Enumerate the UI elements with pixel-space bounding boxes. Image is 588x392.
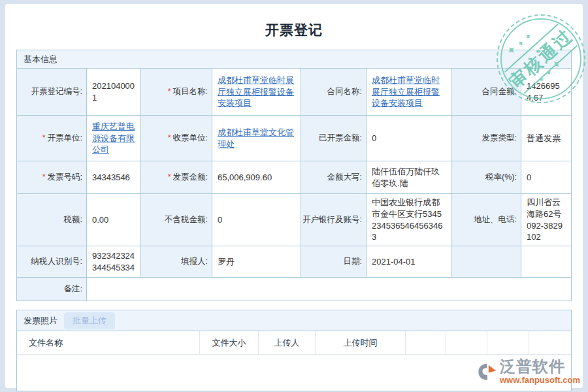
column-header-file-name: 文件名称 <box>17 331 200 355</box>
field-value-contract-amount: 14266954.67 <box>521 69 571 116</box>
field-value-remark <box>87 278 571 301</box>
vendor-brand: 泛普软件 <box>500 359 565 374</box>
field-value-invoice-amount: 65,006,909.60 <box>212 161 301 194</box>
field-label-contract-name: 合同名称: <box>301 69 367 116</box>
invoice-photos-section-title: 发票照片 <box>24 315 57 327</box>
invoice-photos-section-header: 发票照片 批量上传 <box>17 310 571 331</box>
required-marker: * <box>168 86 171 97</box>
field-value-amount-ex-tax: 0 <box>212 194 301 246</box>
basic-info-section-header: 基本信息 <box>17 50 571 69</box>
project-name-link[interactable]: 成都杜甫草堂临时展厅独立展柜报警设备安装项目 <box>218 74 295 109</box>
field-value-tax-amount: 0.00 <box>87 194 141 246</box>
invoice-photos-table-header: 文件名称 文件大小 上传人 上传时间 <box>17 331 571 355</box>
field-label-tax-rate: 税率(%): <box>451 161 521 194</box>
field-label-invoice-type: 发票类型: <box>451 116 521 161</box>
field-label-taxpayer-id: 纳税人识别号: <box>17 246 87 278</box>
field-label-date: 日期: <box>301 246 367 278</box>
page-title: 开票登记 <box>5 4 583 39</box>
field-value-preparer: 罗丹 <box>212 246 301 278</box>
field-label-project-name: *项目名称: <box>141 69 212 116</box>
field-value-bank-account: 中国农业银行成都市金牛区支行53452345365464563463 <box>367 194 451 246</box>
field-value-issuer: 重庆艺普电源设备有限公司 <box>87 116 141 161</box>
vendor-watermark-text: 泛普软件 www.fanpusoft.com <box>500 359 580 384</box>
required-marker: * <box>42 172 46 182</box>
contract-name-link[interactable]: 成都杜甫草堂临时展厅独立展柜报警设备安装项目 <box>372 74 446 109</box>
receiver-link[interactable]: 成都杜甫草堂文化管理处 <box>218 127 295 150</box>
field-label-receiver: *收票单位: <box>141 116 212 161</box>
field-label-amount-in-words: 金额大写: <box>301 161 367 194</box>
field-label-invoice-no: *发票号码: <box>17 161 87 194</box>
field-value-date: 2021-04-01 <box>367 246 451 278</box>
field-label-bank-account: 开户银行及账号: <box>301 194 367 246</box>
field-value-taxpayer-id: 932342324344545334 <box>87 246 141 278</box>
field-label-empty <box>451 246 521 278</box>
field-label-issuer: *开票单位: <box>17 116 87 161</box>
column-header-file-size: 文件大小 <box>200 331 259 355</box>
fanpu-logo-icon <box>476 362 497 384</box>
field-label-remark: 备注: <box>17 278 87 301</box>
field-value-amount-in-words: 陆仟伍佰万陆仟玖佰零玖.陆 <box>367 161 451 194</box>
field-value-reg-no: 2021040001 <box>87 69 141 116</box>
field-label-address-phone: 地址、电话: <box>451 194 521 246</box>
basic-info-table: 开票登记编号: 2021040001 *项目名称: 成都杜甫草堂临时展厅独立展柜… <box>17 69 571 301</box>
field-value-empty <box>521 246 571 278</box>
field-value-contract-name: 成都杜甫草堂临时展厅独立展柜报警设备安装项目 <box>367 69 451 116</box>
field-label-contract-amount: 合同金额: <box>451 69 521 116</box>
batch-upload-button[interactable]: 批量上传 <box>64 312 115 329</box>
field-label-tax-amount: 税额: <box>17 194 87 246</box>
main-panel: 开票登记 基本信息 开票登记编号: 2021040001 *项目名称: 成都杜甫… <box>5 4 583 388</box>
field-value-invoiced-amount: 0 <box>367 116 451 161</box>
field-value-tax-rate: 0 <box>521 161 571 194</box>
basic-info-section-title: 基本信息 <box>24 54 57 65</box>
issuer-link[interactable]: 重庆艺普电源设备有限公司 <box>92 121 135 155</box>
field-label-amount-ex-tax: 不含税金额: <box>141 194 212 246</box>
field-label-invoice-amount: *发票金额: <box>141 161 212 194</box>
required-marker: * <box>42 133 46 143</box>
required-marker: * <box>168 172 171 182</box>
column-header-empty-4 <box>529 331 571 355</box>
field-label-reg-no: 开票登记编号: <box>17 69 87 116</box>
vendor-watermark: 泛普软件 www.fanpusoft.com <box>476 359 580 384</box>
column-header-empty-2 <box>446 331 487 355</box>
field-value-invoice-no: 34343546 <box>87 161 141 194</box>
field-value-invoice-type: 普通发票 <box>521 116 571 161</box>
column-header-empty-1 <box>406 331 446 355</box>
vendor-url: www.fanpusoft.com <box>500 376 580 384</box>
required-marker: * <box>168 133 171 143</box>
field-label-invoiced-amount: 已开票金额: <box>301 116 367 161</box>
field-value-project-name: 成都杜甫草堂临时展厅独立展柜报警设备安装项目 <box>212 69 301 116</box>
field-value-address-phone: 四川省云海路62号 092-3829102 <box>521 194 571 246</box>
field-value-receiver: 成都杜甫草堂文化管理处 <box>212 116 301 161</box>
column-header-empty-3 <box>487 331 529 355</box>
column-header-upload-time: 上传时间 <box>316 331 406 355</box>
column-header-uploader: 上传人 <box>259 331 316 355</box>
field-label-preparer: 填报人: <box>141 246 212 278</box>
basic-info-section: 基本信息 开票登记编号: 2021040001 *项目名称: 成都杜甫草堂临时展… <box>16 50 572 301</box>
